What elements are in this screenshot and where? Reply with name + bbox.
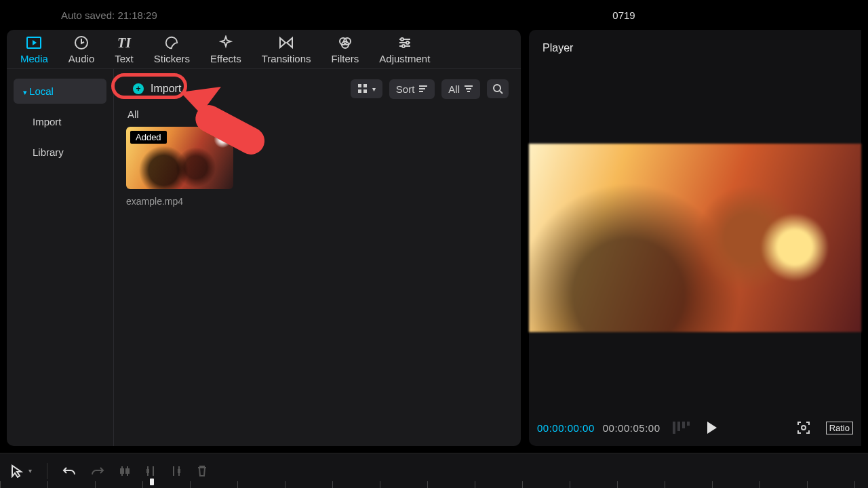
sidebar-item-label: Import: [33, 116, 62, 127]
tab-filters[interactable]: Filters: [332, 35, 359, 64]
current-timecode: 00:00:00:00: [537, 422, 595, 434]
tab-transitions[interactable]: Transitions: [262, 35, 311, 64]
sidebar-item-library[interactable]: Library: [14, 140, 106, 165]
trim-right-icon: [171, 465, 182, 477]
media-area: + Import ▾ Sort All: [114, 69, 521, 446]
tab-transitions-label: Transitions: [262, 53, 311, 64]
tab-media-label: Media: [20, 53, 48, 64]
sort-button[interactable]: Sort: [389, 79, 435, 99]
tab-adjustment-label: Adjustment: [379, 53, 430, 64]
import-button[interactable]: + Import: [126, 79, 192, 99]
chevron-down-icon: ▾: [28, 467, 32, 474]
effects-icon: [218, 35, 233, 50]
filter-all-label: All: [448, 83, 460, 95]
transitions-icon: [279, 35, 294, 50]
focus-frame-button[interactable]: [796, 420, 811, 435]
ratio-button[interactable]: Ratio: [826, 422, 853, 434]
preview-image: [529, 144, 861, 332]
media-icon: [26, 35, 41, 50]
search-icon: [492, 83, 503, 94]
svg-rect-19: [146, 469, 149, 473]
project-title: 0719: [190, 9, 868, 21]
text-icon: TI: [117, 35, 132, 50]
trim-right-tool[interactable]: [171, 465, 182, 477]
sort-label: Sort: [396, 83, 415, 95]
player-controls: 00:00:00:00 00:00:05:00 Ratio: [529, 409, 861, 446]
sidebar-item-local[interactable]: Local: [14, 79, 106, 104]
filter-all-button[interactable]: All: [441, 79, 480, 99]
trim-left-tool[interactable]: [145, 465, 156, 477]
tab-media[interactable]: Media: [20, 35, 48, 64]
svg-rect-11: [358, 89, 361, 93]
sidebar-item-import[interactable]: Import: [14, 109, 106, 134]
svg-rect-10: [363, 84, 367, 87]
tab-audio[interactable]: Audio: [68, 35, 94, 64]
tab-effects-label: Effects: [210, 53, 241, 64]
audio-level-icon: [673, 422, 690, 434]
pointer-tool[interactable]: ▾: [11, 464, 32, 478]
split-icon: [119, 465, 130, 477]
undo-button[interactable]: [62, 466, 76, 476]
media-clip[interactable]: Added example.mp4: [126, 127, 233, 207]
tab-text[interactable]: TI Text: [115, 35, 134, 64]
player-panel: Player 00:00:00:00 00:00:05:00 Ratio: [529, 30, 861, 446]
focus-frame-icon: [796, 420, 811, 435]
svg-rect-12: [363, 89, 367, 93]
filter-icon: [464, 85, 473, 93]
play-button[interactable]: [707, 422, 717, 434]
timeline-ruler[interactable]: [0, 481, 868, 488]
import-button-label: Import: [151, 83, 181, 95]
search-button[interactable]: [487, 79, 509, 98]
plus-icon: +: [133, 83, 144, 94]
sidebar-item-label: Local: [29, 85, 54, 97]
tab-audio-label: Audio: [68, 53, 94, 64]
svg-point-6: [401, 38, 403, 41]
timeline-toolbar: ▾: [0, 453, 868, 488]
player-title: Player: [529, 30, 861, 66]
clip-filename: example.mp4: [126, 196, 233, 207]
undo-icon: [62, 466, 76, 476]
split-tool[interactable]: [119, 465, 130, 477]
sidebar-item-label: Library: [33, 146, 64, 158]
svg-rect-9: [358, 84, 361, 87]
grid-icon: [357, 83, 368, 94]
svg-point-16: [802, 426, 806, 430]
trim-left-icon: [145, 465, 156, 477]
adjustment-icon: [397, 35, 412, 50]
tab-text-label: Text: [115, 53, 134, 64]
clip-thumbnail: Added: [126, 127, 233, 189]
media-section-all: All: [126, 99, 509, 127]
added-badge: Added: [130, 131, 167, 144]
tab-stickers-label: Stickers: [154, 53, 190, 64]
tab-adjustment[interactable]: Adjustment: [379, 35, 430, 64]
chevron-down-icon: ▾: [372, 85, 376, 93]
tab-filters-label: Filters: [332, 53, 359, 64]
svg-rect-20: [178, 469, 180, 473]
audio-icon: [74, 35, 89, 50]
player-viewport[interactable]: [529, 66, 861, 409]
pointer-icon: [11, 464, 23, 478]
stickers-icon: [164, 35, 179, 50]
filters-icon: [338, 35, 353, 50]
svg-point-7: [406, 41, 409, 44]
redo-icon: [91, 466, 104, 476]
trash-icon: [197, 465, 208, 477]
library-panel: Media Audio TI Text Stickers: [7, 30, 521, 446]
timeline-playhead[interactable]: [148, 480, 156, 488]
status-bar: Auto saved: 21:18:29 0719: [0, 0, 868, 30]
sidebar-nav: Local Import Library: [7, 69, 114, 446]
tab-stickers[interactable]: Stickers: [154, 35, 190, 64]
svg-point-8: [402, 45, 405, 47]
view-mode-button[interactable]: ▾: [351, 79, 382, 98]
autosave-text: Auto saved: 21:18:29: [61, 9, 157, 21]
redo-button[interactable]: [91, 466, 104, 476]
category-tabs: Media Audio TI Text Stickers: [7, 30, 521, 69]
delete-button[interactable]: [197, 465, 208, 477]
svg-marker-1: [33, 40, 37, 45]
duration-timecode: 00:00:05:00: [603, 422, 660, 434]
sort-icon: [418, 85, 428, 93]
ratio-label: Ratio: [829, 423, 850, 433]
svg-point-13: [494, 85, 500, 92]
tab-effects[interactable]: Effects: [210, 35, 241, 64]
